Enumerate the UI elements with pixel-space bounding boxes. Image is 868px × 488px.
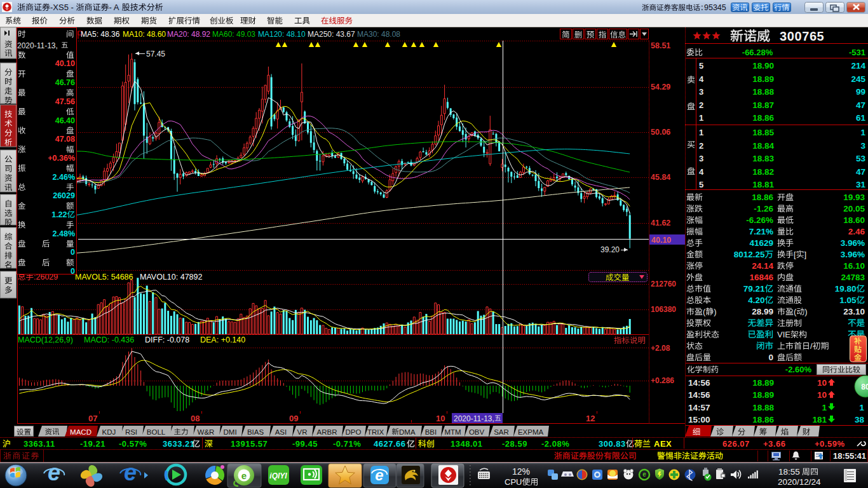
svg-text:-2.60%: -2.60% bbox=[785, 365, 812, 374]
svg-text:5: 5 bbox=[699, 180, 703, 189]
svg-text:18.88: 18.88 bbox=[752, 87, 774, 97]
svg-text:-66.28%: -66.28% bbox=[742, 48, 773, 57]
svg-text:MA10: 48.60: MA10: 48.60 bbox=[123, 30, 166, 39]
svg-text:47: 47 bbox=[856, 167, 865, 177]
svg-text:MAVOL5: 54686: MAVOL5: 54686 bbox=[75, 273, 133, 281]
svg-text:SAR: SAR bbox=[494, 428, 509, 436]
svg-text:MA60: 49.03: MA60: 49.03 bbox=[212, 30, 255, 39]
svg-text:2: 2 bbox=[699, 141, 703, 151]
svg-text:1: 1 bbox=[699, 128, 703, 137]
svg-text:(: ( bbox=[794, 307, 797, 316]
svg-text:61: 61 bbox=[856, 113, 866, 123]
svg-text:54.29: 54.29 bbox=[651, 83, 670, 92]
svg-text:2.46%: 2.46% bbox=[53, 173, 75, 182]
svg-text:1348.01: 1348.01 bbox=[451, 439, 483, 449]
svg-text:58.51: 58.51 bbox=[651, 41, 670, 50]
svg-text:MACD(12,26,9): MACD(12,26,9) bbox=[18, 336, 73, 344]
svg-text:RSI: RSI bbox=[125, 428, 137, 436]
svg-text:07: 07 bbox=[88, 414, 97, 423]
svg-text:18.83: 18.83 bbox=[752, 154, 774, 163]
svg-text:+0.59%: +0.59% bbox=[815, 439, 844, 449]
svg-text:-19.21: -19.21 bbox=[80, 439, 105, 449]
svg-text:-1.26: -1.26 bbox=[754, 204, 773, 214]
svg-text:1.05: 1.05 bbox=[839, 295, 857, 305]
svg-text:e: e bbox=[48, 459, 60, 485]
svg-text:3: 3 bbox=[699, 87, 703, 97]
svg-text:41629: 41629 bbox=[750, 238, 774, 248]
svg-text:]: ] bbox=[804, 250, 807, 259]
svg-text:95345: 95345 bbox=[704, 3, 726, 12]
svg-text:e: e bbox=[241, 470, 247, 481]
svg-text:18.87: 18.87 bbox=[752, 100, 774, 110]
svg-text:TRIX: TRIX bbox=[367, 428, 384, 436]
svg-text:1: 1 bbox=[822, 403, 827, 412]
svg-text:79.21: 79.21 bbox=[743, 284, 765, 294]
svg-text:57.45: 57.45 bbox=[146, 50, 165, 58]
svg-text:1: 1 bbox=[861, 128, 866, 137]
svg-text:14:57: 14:57 bbox=[688, 403, 710, 412]
svg-text:46.40: 46.40 bbox=[55, 116, 75, 125]
svg-text:VIE: VIE bbox=[777, 330, 790, 339]
svg-text:CPU: CPU bbox=[505, 477, 522, 487]
svg-text:45.84: 45.84 bbox=[651, 173, 670, 182]
svg-text:80: 80 bbox=[861, 383, 868, 391]
svg-text:DEA: +0.140: DEA: +0.140 bbox=[200, 336, 245, 344]
svg-text:MA250: 43.67: MA250: 43.67 bbox=[308, 30, 355, 39]
svg-text:18:55: 18:55 bbox=[778, 467, 800, 477]
svg-text:+3.66: +3.66 bbox=[763, 439, 785, 449]
svg-text:e: e bbox=[124, 459, 137, 485]
svg-text:MAVOL10: 47892: MAVOL10: 47892 bbox=[140, 273, 202, 281]
svg-text:OBV: OBV bbox=[469, 428, 485, 436]
svg-text:4.20: 4.20 bbox=[748, 295, 764, 305]
svg-text:41.62: 41.62 bbox=[651, 219, 670, 227]
svg-text:2020/12/24: 2020/12/24 bbox=[778, 477, 821, 487]
svg-text:3363.11: 3363.11 bbox=[24, 439, 55, 449]
svg-text:-XS5 -: -XS5 - bbox=[50, 3, 74, 12]
svg-text:2.46: 2.46 bbox=[848, 227, 865, 236]
svg-text:26029: 26029 bbox=[53, 191, 75, 200]
svg-text:99: 99 bbox=[856, 87, 865, 97]
svg-text:3: 3 bbox=[861, 141, 866, 151]
svg-text:4: 4 bbox=[699, 167, 704, 177]
svg-text:MA5: 48.36: MA5: 48.36 bbox=[81, 30, 120, 39]
svg-text:DIFF: -0.078: DIFF: -0.078 bbox=[145, 336, 189, 344]
svg-text:181: 181 bbox=[813, 415, 827, 424]
svg-text:2.48%: 2.48% bbox=[53, 229, 75, 238]
svg-text:18.86: 18.86 bbox=[752, 113, 774, 123]
svg-text:47.56: 47.56 bbox=[55, 97, 75, 106]
svg-text:300.83: 300.83 bbox=[599, 439, 626, 449]
svg-text:14:56: 14:56 bbox=[688, 390, 710, 400]
svg-text:16846: 16846 bbox=[750, 273, 774, 282]
svg-text:3.96%: 3.96% bbox=[841, 250, 865, 259]
svg-text:245: 245 bbox=[851, 74, 866, 84]
svg-text:DPO: DPO bbox=[346, 428, 362, 436]
svg-text:10: 10 bbox=[817, 390, 827, 400]
svg-text:-2.08%: -2.08% bbox=[541, 439, 569, 449]
svg-text:-0.71%: -0.71% bbox=[333, 439, 361, 449]
svg-text:): ) bbox=[714, 307, 716, 316]
svg-text:5: 5 bbox=[699, 61, 703, 71]
svg-text:[: [ bbox=[794, 250, 796, 259]
svg-text:18.89: 18.89 bbox=[752, 390, 774, 400]
svg-text:50.06: 50.06 bbox=[651, 128, 670, 137]
svg-text:-6.26%: -6.26% bbox=[746, 215, 773, 225]
svg-text:10: 10 bbox=[436, 414, 445, 423]
svg-text:10: 10 bbox=[817, 378, 827, 388]
svg-text:18.60: 18.60 bbox=[843, 215, 865, 225]
svg-text:53: 53 bbox=[856, 154, 866, 163]
svg-text:0: 0 bbox=[769, 353, 774, 362]
svg-text:18.86: 18.86 bbox=[752, 193, 773, 202]
svg-text:08: 08 bbox=[191, 414, 200, 423]
svg-text:19.80: 19.80 bbox=[835, 284, 857, 294]
svg-text:300765: 300765 bbox=[780, 29, 824, 43]
svg-text:214: 214 bbox=[851, 61, 866, 71]
svg-text:-0.57%: -0.57% bbox=[119, 439, 147, 449]
svg-text:1.22: 1.22 bbox=[51, 210, 67, 219]
svg-text:+2.08: +2.08 bbox=[651, 344, 670, 353]
svg-text:.: . bbox=[7, 293, 9, 302]
svg-text:MA120: 48.10: MA120: 48.10 bbox=[258, 30, 306, 39]
svg-text:0: 0 bbox=[71, 267, 75, 276]
svg-text:3.96%: 3.96% bbox=[841, 238, 865, 248]
svg-text:19.93: 19.93 bbox=[843, 193, 865, 202]
svg-text:626.07: 626.07 bbox=[722, 439, 750, 449]
